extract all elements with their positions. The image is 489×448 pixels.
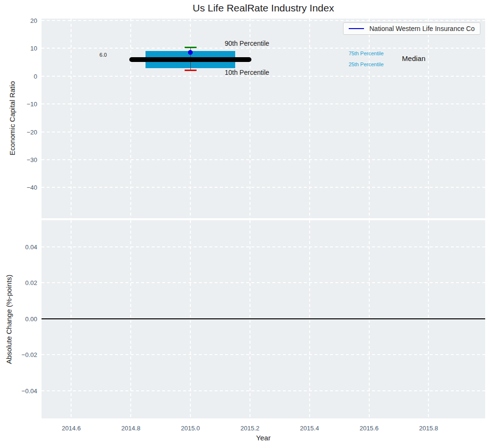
grid-line-h	[42, 132, 485, 132]
whisker-cap-10th	[185, 70, 197, 71]
median-value-label: 6.0	[100, 52, 107, 58]
grid-line-h	[42, 354, 485, 355]
y-tick-label: 20	[31, 17, 37, 24]
x-tick-label: 2015.4	[300, 425, 319, 432]
y-tick-label: 0.04	[25, 243, 37, 250]
grid-line-v	[428, 19, 429, 218]
y-tick-label: 10	[31, 45, 37, 52]
x-tick-label: 2015.6	[360, 425, 379, 432]
x-tick-label: 2015.0	[181, 425, 200, 432]
grid-line-v	[71, 19, 72, 218]
y-tick-label: −0.02	[21, 351, 37, 358]
y-tick-label: −40	[27, 184, 37, 191]
top-y-axis-label: Economic Capital Ratio	[8, 81, 16, 155]
top-plot: National Western Life Insurance Co 6.090…	[42, 19, 485, 218]
grid-line-h	[42, 187, 485, 188]
y-tick-label: 0	[34, 72, 37, 80]
p75-label: 75th Percentile	[349, 51, 384, 56]
grid-line-v	[369, 220, 370, 418]
grid-line-h	[42, 282, 485, 283]
x-axis-label: Year	[256, 434, 271, 442]
figure: Us Life RealRate Industry Index National…	[0, 0, 489, 448]
median-line	[129, 57, 251, 62]
chart-title: Us Life RealRate Industry Index	[42, 2, 485, 14]
grid-line-v	[130, 220, 131, 418]
grid-line-h	[42, 48, 485, 49]
median-label: Median	[402, 54, 426, 62]
grid-line-h	[42, 246, 485, 247]
bottom-plot	[42, 220, 485, 418]
legend-line-swatch	[349, 28, 364, 29]
legend: National Western Life Insurance Co	[343, 22, 480, 35]
bottom-y-axis-label: Absolute Change (%-points)	[5, 275, 13, 364]
grid-line-v	[190, 220, 191, 418]
grid-line-v	[71, 220, 72, 418]
y-tick-label: 0.02	[25, 279, 37, 286]
p90-label: 90th Percentile	[225, 40, 269, 47]
grid-line-h	[42, 20, 485, 21]
y-tick-label: −10	[27, 101, 37, 108]
grid-line-v	[309, 220, 310, 418]
company-marker-dot	[188, 50, 193, 55]
zero-line	[42, 318, 485, 319]
grid-line-v	[309, 19, 310, 218]
x-tick-label: 2015.2	[240, 425, 260, 432]
x-tick-label: 2014.8	[121, 425, 140, 432]
grid-line-v	[428, 220, 429, 418]
x-tick-label: 2014.6	[62, 425, 81, 432]
grid-line-v	[130, 19, 131, 218]
y-tick-label: −0.04	[21, 387, 37, 394]
p25-label: 25th Percentile	[349, 61, 384, 67]
grid-line-h	[42, 390, 485, 391]
grid-line-h	[42, 159, 485, 160]
p10-label: 10th Percentile	[225, 69, 269, 76]
x-tick-label: 2015.8	[419, 425, 438, 432]
whisker-cap-90th	[185, 47, 197, 48]
y-tick-label: −30	[27, 156, 37, 163]
y-tick-label: −20	[27, 128, 37, 135]
grid-line-v	[250, 220, 250, 418]
grid-line-v	[369, 19, 370, 218]
grid-line-h	[42, 103, 485, 104]
legend-label: National Western Life Insurance Co	[369, 25, 475, 32]
grid-line-v	[250, 19, 250, 218]
y-tick-label: 0.00	[25, 315, 37, 322]
